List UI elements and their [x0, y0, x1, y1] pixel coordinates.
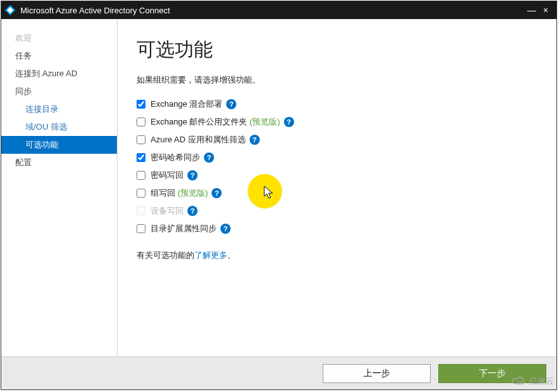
watermark-text: 亿速云	[529, 375, 554, 387]
sidebar-item-label: 任务	[15, 51, 32, 60]
help-icon[interactable]: ?	[226, 99, 236, 109]
sidebar-item-label: 域/OU 筛选	[25, 122, 67, 132]
option-label: Exchange 邮件公用文件夹 (预览版)	[151, 116, 280, 128]
sidebar-item-tasks[interactable]: 任务	[1, 47, 117, 65]
watermark: 亿速云	[510, 375, 554, 387]
option-label-text: Exchange 邮件公用文件夹	[151, 117, 247, 126]
sidebar: 欢迎 任务 连接到 Azure AD 同步 连接目录 域/OU 筛选 可选功能 …	[1, 19, 118, 356]
svg-point-2	[517, 381, 519, 383]
help-icon[interactable]: ?	[250, 135, 260, 145]
option-label: 密码哈希同步	[151, 152, 200, 163]
help-icon[interactable]: ?	[220, 224, 231, 234]
checkbox-password-hash-sync[interactable]	[137, 153, 145, 162]
sidebar-item-label: 同步	[15, 86, 32, 96]
option-label-text: 组写回	[151, 188, 175, 198]
checkbox-exchange-hybrid[interactable]	[137, 100, 145, 109]
sidebar-item-domain-ou-filtering[interactable]: 域/OU 筛选	[1, 118, 117, 136]
option-label: Exchange 混合部署	[151, 98, 222, 110]
button-label: 下一步	[479, 368, 506, 379]
previous-button[interactable]: 上一步	[323, 364, 431, 383]
checkbox-exchange-public-folders[interactable]	[137, 118, 145, 126]
help-icon[interactable]: ?	[212, 188, 222, 198]
main-panel: 可选功能 如果组织需要，请选择增强功能。 Exchange 混合部署 ? Exc…	[118, 19, 556, 356]
sidebar-item-optional-features[interactable]: 可选功能	[1, 136, 117, 154]
watermark-cloud-icon	[510, 375, 528, 387]
footer-bar: 上一步 下一步	[1, 356, 556, 389]
titlebar: Microsoft Azure Active Directory Connect…	[1, 1, 556, 19]
option-label: Azure AD 应用和属性筛选	[151, 134, 246, 145]
minimize-button[interactable]: —	[525, 5, 539, 15]
sidebar-item-label: 配置	[15, 158, 32, 167]
help-icon[interactable]: ?	[204, 152, 214, 163]
svg-point-3	[520, 381, 522, 383]
learn-more-suffix: 。	[227, 250, 236, 260]
sidebar-item-welcome[interactable]: 欢迎	[1, 29, 117, 47]
sidebar-item-connect-azure-ad[interactable]: 连接到 Azure AD	[1, 65, 117, 83]
sidebar-item-label: 连接到 Azure AD	[15, 69, 77, 78]
sidebar-item-sync[interactable]: 同步	[1, 83, 117, 100]
checkbox-directory-extension-attr-sync[interactable]	[137, 224, 145, 233]
window-title: Microsoft Azure Active Directory Connect	[20, 6, 170, 15]
option-label: 设备写回	[151, 205, 184, 217]
option-exchange-public-folders: Exchange 邮件公用文件夹 (预览版) ?	[137, 115, 537, 129]
sidebar-item-label: 欢迎	[15, 33, 32, 43]
option-directory-extension-attr-sync: 目录扩展属性同步 ?	[137, 222, 537, 236]
checkbox-azure-ad-app-attr-filtering[interactable]	[137, 135, 145, 144]
option-label: 组写回 (预览版)	[151, 187, 208, 199]
content-area: 欢迎 任务 连接到 Azure AD 同步 连接目录 域/OU 筛选 可选功能 …	[1, 19, 556, 356]
learn-more-prefix: 有关可选功能的	[137, 250, 194, 260]
button-label: 上一步	[363, 368, 390, 379]
option-label: 密码写回	[151, 170, 184, 181]
learn-more-link[interactable]: 了解更多	[194, 250, 227, 260]
help-icon[interactable]: ?	[187, 206, 198, 216]
page-title: 可选功能	[137, 37, 537, 63]
option-label: 目录扩展属性同步	[151, 223, 217, 234]
close-button[interactable]: ×	[539, 5, 553, 15]
sidebar-item-configure[interactable]: 配置	[1, 154, 117, 172]
checkbox-group-writeback[interactable]	[137, 189, 145, 198]
checkbox-device-writeback	[137, 206, 145, 215]
page-subtitle: 如果组织需要，请选择增强功能。	[137, 74, 537, 86]
option-password-writeback: 密码写回 ?	[137, 168, 537, 182]
option-azure-ad-app-attr-filtering: Azure AD 应用和属性筛选 ?	[137, 133, 537, 147]
option-exchange-hybrid: Exchange 混合部署 ?	[137, 97, 537, 111]
preview-badge: (预览版)	[178, 188, 208, 198]
window-frame: Microsoft Azure Active Directory Connect…	[1, 1, 557, 390]
preview-badge: (预览版)	[250, 117, 280, 126]
checkbox-password-writeback[interactable]	[137, 171, 145, 180]
option-password-hash-sync: 密码哈希同步 ?	[137, 151, 537, 165]
app-logo-icon	[5, 5, 15, 15]
learn-more-line: 有关可选功能的了解更多。	[137, 250, 537, 261]
option-group-writeback: 组写回 (预览版) ?	[137, 186, 537, 200]
sidebar-item-label: 可选功能	[25, 140, 58, 149]
help-icon[interactable]: ?	[187, 170, 198, 180]
option-device-writeback: 设备写回 ?	[137, 204, 537, 218]
sidebar-item-label: 连接目录	[25, 104, 58, 114]
help-icon[interactable]: ?	[284, 117, 294, 127]
sidebar-item-connect-directories[interactable]: 连接目录	[1, 100, 117, 118]
